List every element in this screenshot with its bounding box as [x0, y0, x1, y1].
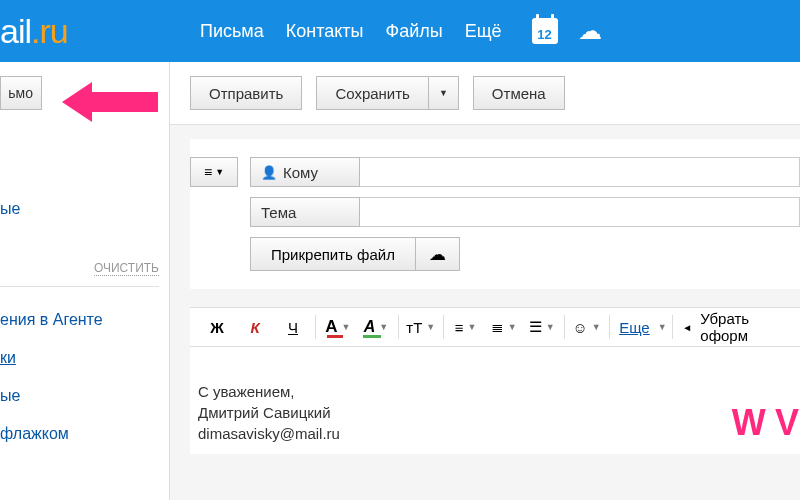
align-icon: ≡	[455, 319, 464, 336]
sidebar-link[interactable]: ые	[0, 190, 169, 228]
cloud-icon: ☁	[429, 244, 446, 265]
sidebar-link-ki[interactable]: ки	[0, 339, 169, 377]
italic-button[interactable]: К	[236, 307, 274, 347]
attach-file-button[interactable]: Прикрепить файл	[250, 237, 416, 271]
to-label-text: Кому	[283, 164, 318, 181]
nav-mail[interactable]: Письма	[200, 21, 264, 42]
sidebar-divider	[0, 286, 159, 287]
sidebar-clear[interactable]: ОЧИСТИТЬ	[0, 258, 169, 276]
caret-icon: ◄	[682, 322, 692, 333]
top-header: ail.ru Письма Контакты Файлы Ещё 12 ☁	[0, 0, 800, 62]
person-icon: 👤	[261, 165, 277, 180]
action-toolbar: Отправить Сохранить ▼ Отмена	[170, 62, 800, 125]
smile-icon: ☺	[572, 319, 587, 336]
svg-marker-0	[62, 82, 158, 122]
signature-line: Дмитрий Савицкий	[198, 402, 800, 423]
main-area: ьмо ые ОЧИСТИТЬ ения в Агенте ки ые флаж…	[0, 62, 800, 500]
underline-button[interactable]: Ч	[274, 307, 312, 347]
font-size-button[interactable]: тT▼	[402, 307, 440, 347]
cloud-icon[interactable]: ☁	[578, 17, 602, 45]
sidebar-link-agent[interactable]: ения в Агенте	[0, 301, 169, 339]
logo[interactable]: ail.ru	[0, 12, 170, 51]
separator	[398, 315, 399, 339]
subject-label-text: Тема	[261, 204, 296, 221]
sidebar: ьмо ые ОЧИСТИТЬ ения в Агенте ки ые флаж…	[0, 62, 170, 500]
to-input[interactable]	[360, 157, 800, 187]
tutorial-arrow-icon	[62, 80, 162, 124]
caret-down-icon: ▼	[342, 322, 351, 332]
list-icon: ☰	[529, 318, 542, 336]
send-button[interactable]: Отправить	[190, 76, 302, 110]
caret-down-icon: ▼	[439, 88, 448, 98]
to-label-button[interactable]: 👤Кому	[250, 157, 360, 187]
cancel-button[interactable]: Отмена	[473, 76, 565, 110]
save-button[interactable]: Сохранить	[316, 76, 428, 110]
to-row: ≡▼ 👤Кому	[190, 157, 800, 187]
caret-down-icon: ▼	[546, 322, 555, 332]
separator	[609, 315, 610, 339]
emoji-button[interactable]: ☺▼	[568, 307, 606, 347]
watermark: W V	[732, 398, 800, 448]
nav-links: Письма Контакты Файлы Ещё	[200, 21, 502, 42]
highlight-button[interactable]: A▼	[357, 307, 395, 347]
sidebar-links: ые ОЧИСТИТЬ ения в Агенте ки ые флажком	[0, 190, 169, 453]
compose-form: ≡▼ 👤Кому Тема Прикрепить файл ☁	[190, 139, 800, 289]
calendar-icon[interactable]: 12	[532, 18, 558, 44]
subject-input[interactable]	[360, 197, 800, 227]
clear-format-button[interactable]: ◄ Убрать оформ	[676, 307, 792, 347]
sidebar-link-ye[interactable]: ые	[0, 377, 169, 415]
header-icons: 12 ☁	[532, 17, 602, 45]
caret-down-icon: ▼	[658, 322, 667, 332]
more-formats-button[interactable]: Еще▼	[612, 307, 669, 347]
message-body[interactable]: С уважением, Дмитрий Савицкий dimasavisk…	[190, 347, 800, 454]
separator	[672, 315, 673, 339]
caret-down-icon: ▼	[508, 322, 517, 332]
nav-more[interactable]: Ещё	[465, 21, 502, 42]
list-button[interactable]: ☰▼	[523, 307, 561, 347]
save-group: Сохранить ▼	[316, 76, 458, 110]
attach-row: Прикрепить файл ☁	[190, 237, 800, 271]
signature-line: dimasavisky@mail.ru	[198, 423, 800, 444]
caret-down-icon: ▼	[215, 167, 224, 177]
nav-files[interactable]: Файлы	[386, 21, 443, 42]
indent-button[interactable]: ≣▼	[485, 307, 523, 347]
signature-line: С уважением,	[198, 381, 800, 402]
nav-contacts[interactable]: Контакты	[286, 21, 364, 42]
text-color-button[interactable]: A▼	[319, 307, 357, 347]
menu-icon: ≡	[204, 164, 212, 180]
separator	[315, 315, 316, 339]
align-button[interactable]: ≡▼	[447, 307, 485, 347]
save-dropdown-button[interactable]: ▼	[428, 76, 459, 110]
logo-text: ail	[0, 12, 31, 50]
caret-down-icon: ▼	[426, 322, 435, 332]
caret-down-icon: ▼	[592, 322, 601, 332]
format-toolbar: Ж К Ч A▼ A▼ тT▼ ≡▼ ≣▼ ☰▼ ☺▼ Еще▼ ◄ Убрат…	[190, 307, 800, 347]
subject-row: Тема	[190, 197, 800, 227]
compose-button[interactable]: ьмо	[0, 76, 42, 110]
caret-down-icon: ▼	[468, 322, 477, 332]
separator	[564, 315, 565, 339]
sidebar-link-flag[interactable]: флажком	[0, 415, 169, 453]
logo-ru: ru	[39, 12, 67, 50]
bold-button[interactable]: Ж	[198, 307, 236, 347]
subject-label: Тема	[250, 197, 360, 227]
separator	[443, 315, 444, 339]
indent-icon: ≣	[491, 318, 504, 336]
caret-down-icon: ▼	[379, 322, 388, 332]
attach-cloud-button[interactable]: ☁	[416, 237, 460, 271]
content-area: Отправить Сохранить ▼ Отмена ≡▼ 👤Кому Те…	[170, 62, 800, 500]
options-button[interactable]: ≡▼	[190, 157, 238, 187]
